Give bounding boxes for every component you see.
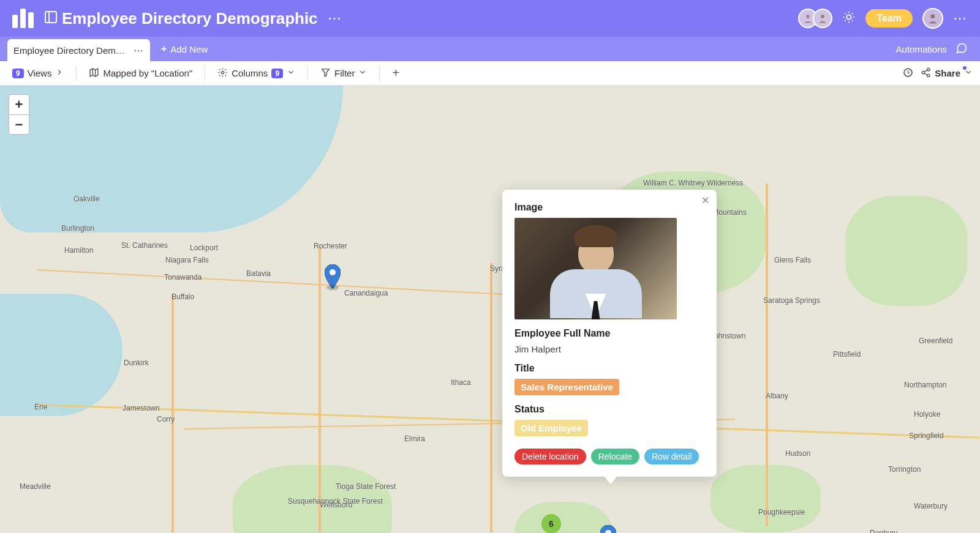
- view-toolbar: 9 Views Mapped by "Location" Columns 9 F…: [0, 61, 980, 86]
- map-city-label: Lockport: [190, 244, 218, 252]
- map-city-label: Hudson: [785, 449, 810, 458]
- chevron-down-icon: [287, 68, 295, 78]
- title-wrap: Employee Directory Demographic: [43, 9, 318, 28]
- tab-menu-icon[interactable]: ⋯: [134, 45, 144, 56]
- map-city-label: Ithaca: [451, 378, 471, 387]
- gear-icon: [217, 67, 228, 80]
- share-label: Share: [935, 68, 960, 78]
- close-icon[interactable]: ✕: [701, 195, 709, 206]
- views-button[interactable]: 9 Views: [7, 65, 69, 81]
- add-tool-button[interactable]: +: [387, 66, 404, 80]
- svg-line-23: [924, 70, 927, 72]
- automations-link[interactable]: Automations: [896, 44, 947, 54]
- popup-status-label: Status: [514, 404, 704, 415]
- separator: [205, 66, 205, 81]
- svg-point-3: [821, 15, 824, 18]
- svg-point-2: [806, 15, 810, 18]
- delete-location-button[interactable]: Delete location: [514, 449, 586, 464]
- user-avatar[interactable]: [922, 8, 943, 29]
- svg-marker-18: [322, 69, 329, 76]
- svg-point-17: [222, 71, 224, 73]
- map-city-label: Corry: [157, 415, 175, 423]
- map-city-label: Susquehannock State Forest: [288, 497, 383, 505]
- svg-rect-0: [45, 12, 56, 23]
- svg-point-22: [927, 74, 930, 76]
- map-city-label: Torrington: [888, 465, 921, 474]
- svg-point-13: [931, 14, 935, 18]
- popup-name-label: Employee Full Name: [514, 328, 704, 339]
- chevron-down-icon: [964, 68, 973, 78]
- row-detail-button[interactable]: Row detail: [644, 449, 699, 464]
- map-city-label: Poughkeepsie: [758, 508, 805, 516]
- columns-count-badge: 9: [271, 69, 283, 78]
- map-city-label: Northampton: [904, 381, 946, 389]
- add-new-tab-button[interactable]: + Add New: [161, 43, 208, 54]
- svg-point-25: [330, 269, 336, 275]
- map-city-label: Tonawanda: [164, 273, 202, 281]
- popup-name-value: Jim Halpert: [514, 344, 704, 354]
- map-city-label: Waterbury: [914, 502, 948, 510]
- relocate-button[interactable]: Relocate: [591, 449, 639, 464]
- chevron-down-icon: [358, 68, 367, 78]
- svg-point-20: [927, 68, 930, 70]
- map-city-label: Batavia: [246, 269, 271, 278]
- mapped-by-button[interactable]: Mapped by "Location": [84, 65, 197, 82]
- separator: [379, 66, 380, 81]
- map-city-label: William C. Whitney Wilderness: [643, 179, 743, 187]
- svg-point-21: [922, 71, 924, 73]
- zoom-in-button[interactable]: +: [9, 95, 29, 114]
- tab-label: Employee Directory Demo…: [13, 45, 130, 56]
- map-city-label: Jamestown: [123, 404, 160, 412]
- map-city-label: Buffalo: [172, 293, 194, 301]
- filter-icon: [320, 67, 331, 80]
- map-city-label: Oakville: [74, 195, 100, 203]
- collaborator-avatars[interactable]: [803, 9, 832, 28]
- columns-button[interactable]: Columns 9: [213, 65, 300, 82]
- svg-line-10: [852, 20, 853, 21]
- map-city-label: Danbury: [870, 529, 897, 533]
- popup-title-label: Title: [514, 363, 704, 374]
- cluster-count: 6: [549, 519, 554, 529]
- theme-toggle-icon[interactable]: [842, 10, 856, 26]
- feedback-icon[interactable]: [956, 42, 968, 56]
- board-icon: [43, 10, 58, 27]
- share-button[interactable]: Share: [921, 67, 973, 80]
- map-city-label: Dunkirk: [124, 359, 149, 367]
- filter-button[interactable]: Filter: [315, 65, 372, 82]
- columns-label: Columns: [232, 68, 268, 78]
- map-city-label: Saratoga Springs: [763, 296, 820, 305]
- mapped-by-label: Mapped by "Location": [103, 68, 192, 78]
- map-canvas[interactable]: HamiltonOakvilleBurlingtonSt. Catharines…: [0, 86, 980, 533]
- map-city-label: Springfield: [909, 431, 944, 440]
- zoom-out-button[interactable]: −: [9, 114, 29, 134]
- team-button[interactable]: Team: [865, 9, 913, 28]
- svg-point-4: [847, 15, 851, 19]
- svg-line-24: [924, 73, 927, 75]
- map-city-label: Elmira: [404, 434, 425, 443]
- popup-title-tag: Sales Representative: [514, 379, 619, 395]
- popup-image-label: Image: [514, 202, 704, 213]
- separator: [76, 66, 77, 81]
- filter-label: Filter: [334, 68, 355, 78]
- map-city-label: Canandaigua: [344, 289, 388, 297]
- map-city-label: Meadville: [20, 482, 51, 491]
- svg-line-11: [845, 20, 846, 21]
- tab-bar: Employee Directory Demo… ⋯ + Add New Aut…: [0, 37, 980, 61]
- map-city-label: Hamilton: [64, 246, 93, 255]
- tab-active[interactable]: Employee Directory Demo… ⋯: [7, 39, 150, 61]
- svg-line-12: [852, 13, 853, 14]
- title-menu-icon[interactable]: ⋯: [328, 10, 342, 26]
- add-new-label: Add New: [170, 44, 208, 54]
- map-city-label: Rochester: [314, 242, 347, 250]
- chevron-right-icon: [55, 68, 64, 78]
- map-icon: [89, 67, 99, 80]
- svg-line-9: [845, 13, 846, 14]
- map-cluster[interactable]: 6: [541, 514, 561, 533]
- map-pin[interactable]: [325, 264, 341, 289]
- map-city-label: Erie: [34, 403, 47, 411]
- history-icon[interactable]: [903, 67, 913, 80]
- more-menu-icon[interactable]: ⋯: [953, 10, 968, 26]
- app-logo[interactable]: [12, 9, 34, 28]
- plus-icon: +: [161, 43, 167, 54]
- map-pin[interactable]: [600, 525, 616, 533]
